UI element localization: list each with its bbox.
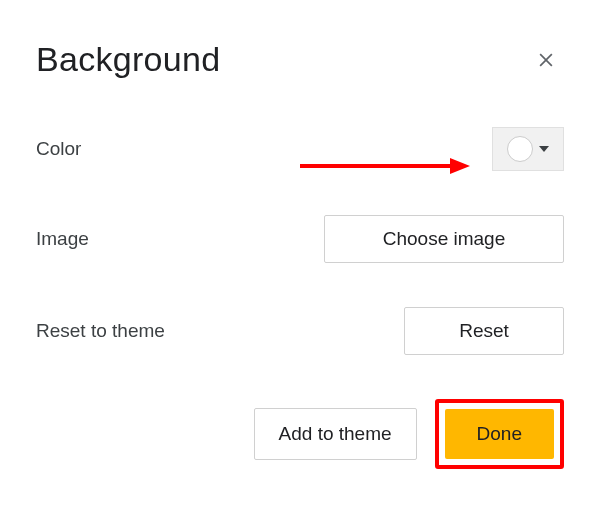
done-highlight: Done	[435, 399, 564, 469]
color-label: Color	[36, 138, 81, 160]
dialog-header: Background	[36, 40, 564, 79]
image-label: Image	[36, 228, 89, 250]
close-icon	[536, 50, 556, 70]
color-swatch	[507, 136, 533, 162]
dialog-title: Background	[36, 40, 220, 79]
done-button[interactable]: Done	[445, 409, 554, 459]
image-row: Image Choose image	[36, 215, 564, 263]
close-button[interactable]	[528, 42, 564, 78]
dialog-footer: Add to theme Done	[36, 399, 564, 469]
chevron-down-icon	[539, 146, 549, 152]
reset-row: Reset to theme Reset	[36, 307, 564, 355]
choose-image-button[interactable]: Choose image	[324, 215, 564, 263]
background-dialog: Background Color Image Choose image Rese…	[0, 0, 600, 499]
add-to-theme-button[interactable]: Add to theme	[254, 408, 417, 460]
reset-button[interactable]: Reset	[404, 307, 564, 355]
color-row: Color	[36, 127, 564, 171]
reset-label: Reset to theme	[36, 320, 165, 342]
color-picker-button[interactable]	[492, 127, 564, 171]
